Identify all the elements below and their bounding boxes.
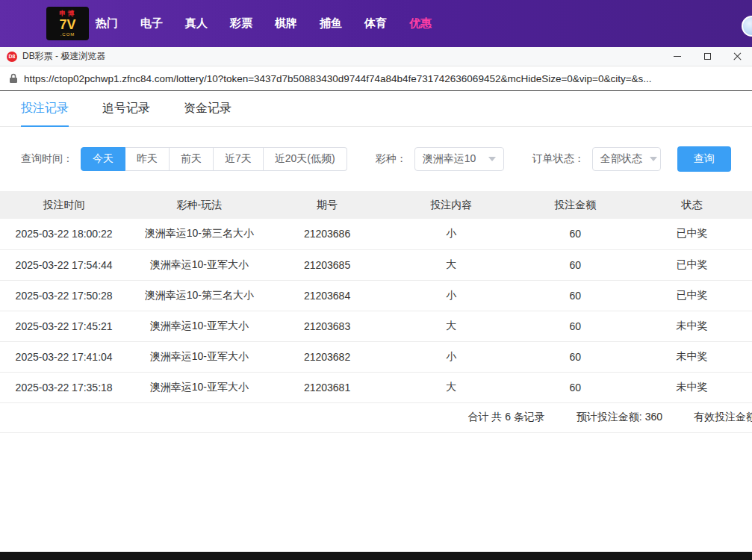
nav-item-lottery[interactable]: 彩票 xyxy=(230,16,252,31)
bet-content: 小 xyxy=(384,341,519,372)
bet-amount: 60 xyxy=(519,249,632,280)
issue-number: 21203681 xyxy=(271,372,384,402)
time-filter-last-7-days[interactable]: 近7天 xyxy=(214,147,264,171)
table-row: 2025-03-22 17:35:18澳洲幸运10-亚军大小21203681大6… xyxy=(0,372,752,402)
game-play: 澳洲幸运10-亚军大小 xyxy=(128,249,270,280)
table-body: 2025-03-22 18:00:22澳洲幸运10-第三名大小21203686小… xyxy=(0,219,752,402)
table-row: 2025-03-22 17:54:44澳洲幸运10-亚军大小21203685大6… xyxy=(0,249,752,280)
nav-item-fishing[interactable]: 捕鱼 xyxy=(320,16,342,31)
chevron-down-icon xyxy=(650,157,657,161)
bottom-strip xyxy=(0,552,752,560)
table-row: 2025-03-22 17:45:21澳洲幸运10-亚军大小21203683大6… xyxy=(0,311,752,341)
bet-status: 未中奖 xyxy=(632,341,752,372)
order-status-select[interactable]: 全部状态 xyxy=(592,147,661,171)
summary-bar: 合计 共 6 条记录 预计投注金额: 360 有效投注金额 xyxy=(0,403,752,433)
column-header-3: 投注内容 xyxy=(384,191,519,219)
summary-expected-amount: 预计投注金额: 360 xyxy=(577,411,662,424)
site-topbar: 申博 7V .COM 热门电子真人彩票棋牌捕鱼体育优惠 xyxy=(0,0,752,47)
address-bar: https://ctop02pchwp1.zfnc84.com/lottery/… xyxy=(0,66,752,91)
close-icon xyxy=(733,52,742,60)
logo-text-cn: 申博 xyxy=(60,10,76,17)
column-header-2: 期号 xyxy=(271,191,384,219)
order-status-select-value: 全部状态 xyxy=(600,152,642,166)
url-text[interactable]: https://ctop02pchwp1.zfnc84.com/lottery/… xyxy=(24,73,652,84)
bet-status: 已中奖 xyxy=(632,280,752,311)
bet-content: 大 xyxy=(384,249,519,280)
bet-content: 小 xyxy=(384,219,519,249)
tab-fund-records[interactable]: 资金记录 xyxy=(184,91,231,127)
search-button[interactable]: 查询 xyxy=(677,146,731,172)
summary-total: 合计 共 6 条记录 xyxy=(467,411,544,424)
bet-status: 已中奖 xyxy=(632,219,752,249)
window-titlebar: D8 DB彩票 - 极速浏览器 xyxy=(0,47,752,66)
issue-number: 21203685 xyxy=(271,249,384,280)
game-play: 澳洲幸运10-亚军大小 xyxy=(128,372,270,402)
bet-amount: 60 xyxy=(519,372,632,402)
time-filter-yesterday[interactable]: 昨天 xyxy=(125,147,170,171)
time-filter-last-20-days[interactable]: 近20天(低频) xyxy=(264,147,347,171)
tab-bet-records[interactable]: 投注记录 xyxy=(21,91,69,127)
game-play: 澳洲幸运10-第三名大小 xyxy=(128,280,270,311)
bet-time: 2025-03-22 17:45:21 xyxy=(0,311,128,341)
table-header-row: 投注时间彩种-玩法期号投注内容投注金额状态 xyxy=(0,191,752,219)
bet-status: 未中奖 xyxy=(632,311,752,341)
bet-amount: 60 xyxy=(519,219,632,249)
page-content: 投注记录追号记录资金记录 查询时间： 今天昨天前天近7天近20天(低频) 彩种：… xyxy=(0,91,752,433)
logo-text-com: .COM xyxy=(60,32,75,37)
game-play: 澳洲幸运10-第三名大小 xyxy=(128,219,270,249)
time-filter-day-before[interactable]: 前天 xyxy=(170,147,214,171)
app-icon: D8 xyxy=(7,52,17,62)
minimize-button[interactable] xyxy=(662,47,692,66)
nav-item-live[interactable]: 真人 xyxy=(185,16,208,31)
issue-number: 21203686 xyxy=(271,219,384,249)
bet-amount: 60 xyxy=(519,341,632,372)
summary-valid-amount: 有效投注金额 xyxy=(694,411,752,424)
column-header-5: 状态 xyxy=(632,191,752,219)
bet-time: 2025-03-22 17:54:44 xyxy=(0,249,128,280)
bet-time: 2025-03-22 17:50:28 xyxy=(0,280,128,311)
game-play: 澳洲幸运10-亚军大小 xyxy=(128,311,270,341)
tab-chase-records[interactable]: 追号记录 xyxy=(102,91,150,127)
chevron-down-icon xyxy=(488,157,496,161)
bet-content: 小 xyxy=(384,280,519,311)
nav-item-sports[interactable]: 体育 xyxy=(364,16,387,31)
bet-status: 未中奖 xyxy=(632,372,752,402)
game-play: 澳洲幸运10-亚军大小 xyxy=(128,341,270,372)
minimize-icon xyxy=(674,56,681,57)
nav-item-hot[interactable]: 热门 xyxy=(96,16,118,31)
bet-status: 已中奖 xyxy=(632,249,752,280)
issue-number: 21203682 xyxy=(271,341,384,372)
time-filter-label: 查询时间： xyxy=(21,152,73,166)
site-nav: 热门电子真人彩票棋牌捕鱼体育优惠 xyxy=(96,16,432,31)
column-header-4: 投注金额 xyxy=(519,191,632,219)
table-row: 2025-03-22 17:41:04澳洲幸运10-亚军大小21203682小6… xyxy=(0,341,752,372)
filter-bar: 查询时间： 今天昨天前天近7天近20天(低频) 彩种： 澳洲幸运10 订单状态：… xyxy=(21,146,752,172)
nav-item-promo[interactable]: 优惠 xyxy=(409,16,432,31)
table-row: 2025-03-22 18:00:22澳洲幸运10-第三名大小21203686小… xyxy=(0,219,752,249)
bet-records-table: 投注时间彩种-玩法期号投注内容投注金额状态 2025-03-22 18:00:2… xyxy=(0,191,752,403)
nav-item-chess[interactable]: 棋牌 xyxy=(275,16,297,31)
lottery-select-value: 澳洲幸运10 xyxy=(423,152,476,166)
window-controls xyxy=(662,47,752,66)
lock-icon xyxy=(9,73,18,84)
bet-content: 大 xyxy=(384,311,519,341)
screen: 申博 7V .COM 热门电子真人彩票棋牌捕鱼体育优惠 D8 DB彩票 - 极速… xyxy=(0,0,752,560)
order-status-label: 订单状态： xyxy=(532,152,585,166)
time-filter-today[interactable]: 今天 xyxy=(81,147,125,171)
site-logo[interactable]: 申博 7V .COM xyxy=(46,7,89,40)
issue-number: 21203683 xyxy=(271,311,384,341)
column-header-0: 投注时间 xyxy=(0,191,128,219)
logo-text-7v: 7V xyxy=(59,18,75,31)
floating-service-button[interactable] xyxy=(742,16,752,37)
column-header-1: 彩种-玩法 xyxy=(128,191,270,219)
record-tabs: 投注记录追号记录资金记录 xyxy=(0,91,752,127)
close-button[interactable] xyxy=(722,47,752,66)
bet-time: 2025-03-22 17:35:18 xyxy=(0,372,128,402)
bet-time: 2025-03-22 17:41:04 xyxy=(0,341,128,372)
nav-item-electronic[interactable]: 电子 xyxy=(140,16,163,31)
bet-time: 2025-03-22 18:00:22 xyxy=(0,219,128,249)
table-row: 2025-03-22 17:50:28澳洲幸运10-第三名大小21203684小… xyxy=(0,280,752,311)
maximize-icon xyxy=(704,53,711,60)
lottery-select[interactable]: 澳洲幸运10 xyxy=(414,147,504,171)
maximize-button[interactable] xyxy=(692,47,722,66)
